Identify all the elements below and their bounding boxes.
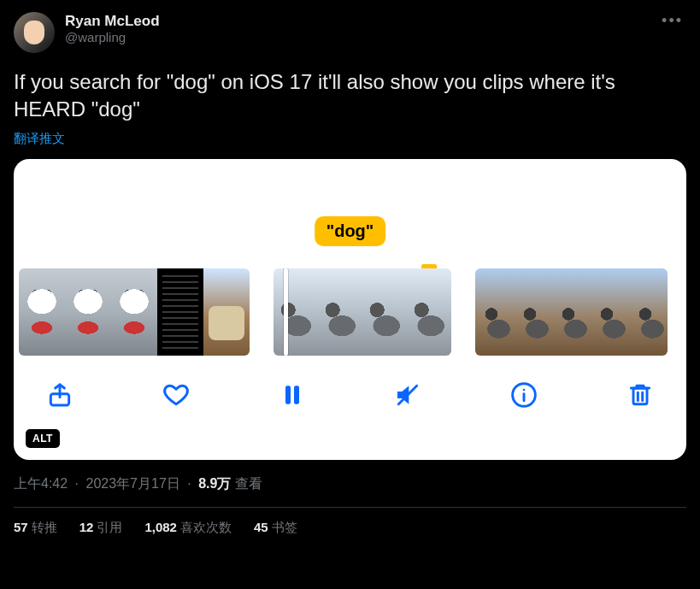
caption-pill: "dog"	[315, 216, 386, 246]
heart-icon[interactable]	[161, 380, 191, 410]
likes-stat[interactable]: 1,082喜欢次数	[144, 520, 232, 536]
tweet-time[interactable]: 上午4:42	[14, 476, 68, 491]
divider	[14, 507, 686, 508]
timeline-frame	[65, 268, 111, 356]
timeline-frame	[475, 268, 514, 356]
stat-label: 喜欢次数	[180, 520, 232, 534]
trash-icon[interactable]	[625, 380, 656, 410]
stat-number: 57	[14, 520, 28, 534]
tweet-date[interactable]: 2023年7月17日	[86, 476, 180, 491]
timeline-frame	[552, 268, 591, 356]
share-icon[interactable]	[44, 380, 75, 410]
bookmarks-stat[interactable]: 45书签	[254, 520, 297, 536]
timeline-frame	[591, 268, 629, 356]
author-names: Ryan McLeod @warpling	[65, 12, 160, 46]
view-count[interactable]: 8.9万	[198, 476, 231, 491]
retweets-stat[interactable]: 57转推	[14, 520, 57, 536]
clip-group[interactable]	[475, 268, 668, 356]
stat-number: 12	[79, 520, 94, 534]
tweet: ••• Ryan McLeod @warpling If you search …	[14, 9, 686, 536]
timeline-frame	[203, 268, 250, 356]
timeline-frame	[19, 268, 65, 356]
media-card[interactable]: "dog"	[14, 159, 686, 460]
tweet-header: Ryan McLeod @warpling	[14, 9, 686, 53]
media-toolbar	[14, 356, 686, 410]
alt-badge[interactable]: ALT	[26, 429, 60, 448]
timeline-frame	[629, 268, 668, 356]
author-display-name[interactable]: Ryan McLeod	[65, 12, 160, 30]
timeline-frame	[407, 268, 451, 356]
more-options-button[interactable]: •••	[662, 12, 683, 30]
svg-rect-7	[633, 388, 647, 404]
tweet-stats-row: 57转推 12引用 1,082喜欢次数 45书签	[14, 520, 686, 536]
svg-point-6	[523, 388, 526, 391]
view-label: 查看	[235, 476, 262, 491]
clip-group[interactable]	[19, 268, 250, 356]
timeline-frame	[157, 268, 203, 356]
video-timeline[interactable]	[14, 268, 686, 356]
tweet-text: If you search for "dog" on iOS 17 it'll …	[14, 68, 686, 124]
stat-label: 书签	[272, 520, 297, 534]
media-caption-area: "dog"	[14, 159, 686, 251]
meta-separator: ·	[187, 476, 191, 491]
info-icon[interactable]	[509, 380, 539, 410]
timeline-frame	[318, 268, 362, 356]
stat-number: 1,082	[144, 520, 177, 534]
tweet-meta: 上午4:42 · 2023年7月17日 · 8.9万 查看	[14, 475, 686, 493]
svg-rect-1	[285, 386, 291, 403]
pause-icon[interactable]	[277, 380, 308, 410]
author-handle[interactable]: @warpling	[65, 30, 160, 46]
timeline-frame	[274, 268, 318, 356]
timeline-frame	[514, 268, 552, 356]
clip-group[interactable]	[274, 268, 451, 356]
stat-label: 引用	[97, 520, 122, 534]
stat-label: 转推	[32, 520, 57, 534]
author-avatar[interactable]	[14, 12, 55, 53]
meta-separator: ·	[75, 476, 79, 491]
stat-number: 45	[254, 520, 268, 534]
translate-link[interactable]: 翻译推文	[14, 131, 686, 147]
timeline-frame	[362, 268, 407, 356]
playhead[interactable]	[284, 268, 288, 356]
svg-rect-2	[294, 386, 299, 403]
mute-icon[interactable]	[392, 380, 423, 410]
timeline-frame	[111, 268, 157, 356]
quotes-stat[interactable]: 12引用	[79, 520, 123, 536]
